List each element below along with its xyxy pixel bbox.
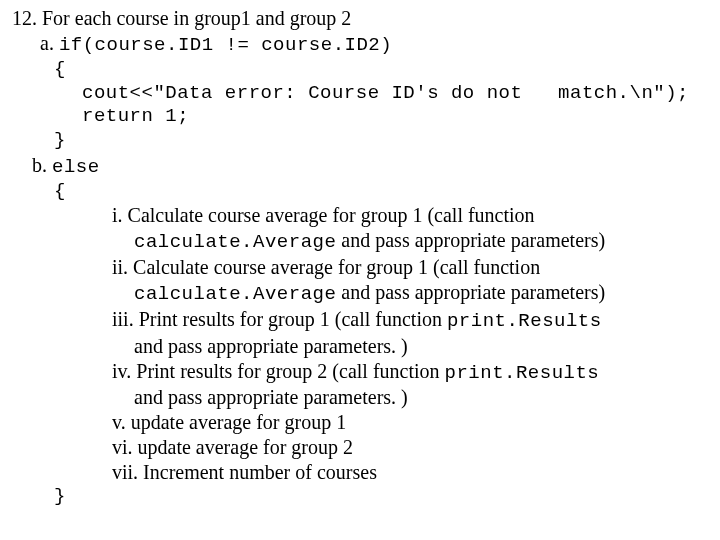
step-12-header: 12. For each course in group1 and group … [12,6,712,31]
print-results-code-2: print.Results [445,362,600,384]
brace-close-b: } [54,485,712,509]
item-vi: vi. update average for group 2 [112,435,712,460]
brace-open-b: { [54,180,712,204]
return-line: return 1; [82,105,712,129]
calc-avg-code-2: calculate.Average [134,283,336,305]
item-i-line2: calculate.Average and pass appropriate p… [134,228,712,255]
step-a: a. if(course.ID1 != course.ID2) [40,31,712,58]
step-b: b. else [32,153,712,180]
item-vii: vii. Increment number of courses [112,460,712,485]
item-iii-line1: iii. Print results for group 1 (call fun… [112,307,712,334]
if-condition: if(course.ID1 != course.ID2) [59,34,392,56]
item-ii-line1: ii. Calculate course average for group 1… [112,255,712,280]
item-iv-line2: and pass appropriate parameters. ) [134,385,712,410]
calc-avg-code: calculate.Average [134,231,336,253]
item-iii-text: iii. Print results for group 1 (call fun… [112,308,447,330]
item-iv-text: iv. Print results for group 2 (call func… [112,360,445,382]
brace-close-a: } [54,129,712,153]
item-iii-line2: and pass appropriate parameters. ) [134,334,712,359]
cout-line: cout<<"Data error: Course ID's do not ma… [82,82,712,106]
brace-open-a: { [54,58,712,82]
label-a: a. [40,32,59,54]
item-i-line1: i. Calculate course average for group 1 … [112,203,712,228]
item-iv-line1: iv. Print results for group 2 (call func… [112,359,712,386]
else-keyword: else [52,156,100,178]
label-b: b. [32,154,52,176]
item-ii-line2: calculate.Average and pass appropriate p… [134,280,712,307]
item-ii-tail: and pass appropriate parameters) [336,281,605,303]
item-i-tail: and pass appropriate parameters) [336,229,605,251]
pseudocode-block: 12. For each course in group1 and group … [0,0,720,509]
print-results-code: print.Results [447,310,602,332]
item-v: v. update average for group 1 [112,410,712,435]
